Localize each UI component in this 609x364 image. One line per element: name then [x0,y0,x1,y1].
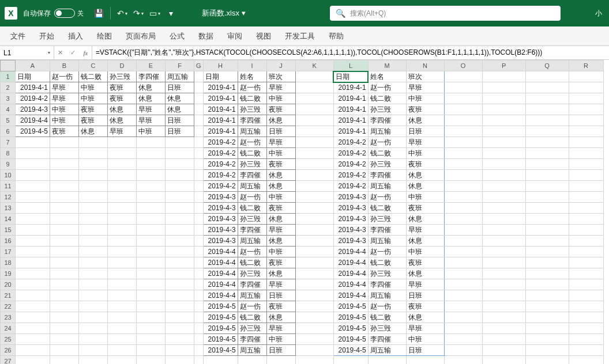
cell-K19[interactable] [295,268,333,279]
col-header-O[interactable]: O [444,60,482,71]
name-box[interactable]: L1 ▾ [0,46,54,59]
cell-O5[interactable] [444,115,482,126]
cell-C22[interactable] [79,301,108,312]
cell-R11[interactable] [569,181,603,192]
spreadsheet-grid[interactable]: ABCDEFGHIJKLMNOPQR1日期赵一伤钱二败孙三毁李四催周五输日期姓名… [0,60,604,364]
cell-M8[interactable]: 钱二败 [368,148,406,159]
cell-M12[interactable]: 赵一伤 [368,192,406,203]
cell-N8[interactable]: 中班 [406,148,444,159]
cell-M26[interactable]: 周五输 [368,345,406,356]
cell-R15[interactable] [569,225,603,236]
cell-N16[interactable]: 休息 [406,236,444,247]
save-icon[interactable]: 💾 [93,7,104,19]
cell-K22[interactable] [295,301,333,312]
cell-K3[interactable] [295,93,333,104]
cell-R8[interactable] [569,148,603,159]
cell-D3[interactable]: 夜班 [108,93,137,104]
cell-G8[interactable] [194,148,204,159]
cell-F1[interactable]: 周五输 [166,71,194,82]
cell-H26[interactable]: 2019-4-5 [203,345,238,356]
cell-A20[interactable] [16,279,50,290]
cell-O27[interactable] [444,356,482,365]
cell-N4[interactable]: 夜班 [406,104,444,115]
cell-J7[interactable]: 早班 [266,137,295,148]
row-header-11[interactable]: 11 [1,181,16,192]
cell-F3[interactable]: 休息 [166,93,194,104]
cell-R13[interactable] [569,203,603,214]
cell-D8[interactable] [108,148,137,159]
cell-J11[interactable]: 休息 [266,181,295,192]
cell-A19[interactable] [16,268,50,279]
cell-G22[interactable] [194,301,204,312]
cell-K20[interactable] [295,279,333,290]
cell-L27[interactable] [333,356,368,365]
cell-P12[interactable] [482,192,525,203]
cell-K13[interactable] [295,203,333,214]
cell-I24[interactable]: 孙三毁 [238,323,266,334]
cell-E19[interactable] [137,268,166,279]
cell-Q9[interactable] [525,159,569,170]
cell-E25[interactable] [137,334,166,345]
cell-I15[interactable]: 李四催 [238,225,266,236]
cell-N15[interactable]: 早班 [406,225,444,236]
select-all-corner[interactable] [1,60,16,71]
cell-G1[interactable] [194,71,204,82]
cell-O22[interactable] [444,301,482,312]
cell-N21[interactable]: 日班 [406,290,444,301]
col-header-A[interactable]: A [16,60,50,71]
cell-D9[interactable] [108,159,137,170]
cell-P3[interactable] [482,93,525,104]
cell-A12[interactable] [16,192,50,203]
cell-M7[interactable]: 赵一伤 [368,137,406,148]
row-header-15[interactable]: 15 [1,225,16,236]
cell-B25[interactable] [50,334,79,345]
cell-M22[interactable]: 赵一伤 [368,301,406,312]
cell-F22[interactable] [166,301,194,312]
cell-I23[interactable]: 钱二败 [238,312,266,323]
cell-K9[interactable] [295,159,333,170]
cell-B3[interactable]: 早班 [50,93,79,104]
cell-G20[interactable] [194,279,204,290]
cell-H10[interactable]: 2019-4-2 [203,170,238,181]
row-header-7[interactable]: 7 [1,137,16,148]
cell-G18[interactable] [194,257,204,268]
cell-A17[interactable] [16,247,50,257]
cell-E11[interactable] [137,181,166,192]
cell-C14[interactable] [79,214,108,225]
cell-B16[interactable] [50,236,79,247]
cell-C10[interactable] [79,170,108,181]
cell-C3[interactable]: 中班 [79,93,108,104]
cell-I9[interactable]: 孙三毁 [238,159,266,170]
cell-A26[interactable] [16,345,50,356]
cell-F11[interactable] [166,181,194,192]
cell-R7[interactable] [569,137,603,148]
cell-P7[interactable] [482,137,525,148]
cell-I19[interactable]: 孙三毁 [238,268,266,279]
cell-M24[interactable]: 孙三毁 [368,323,406,334]
cell-H5[interactable]: 2019-4-1 [203,115,238,126]
cell-F7[interactable] [166,137,194,148]
cell-B18[interactable] [50,257,79,268]
cell-Q25[interactable] [525,334,569,345]
cell-A2[interactable]: 2019-4-1 [16,82,50,93]
cell-F26[interactable] [166,345,194,356]
cell-R22[interactable] [569,301,603,312]
cell-A24[interactable] [16,323,50,334]
cell-J22[interactable]: 夜班 [266,301,295,312]
cell-H14[interactable]: 2019-4-3 [203,214,238,225]
cell-I6[interactable]: 周五输 [238,126,266,137]
cell-C25[interactable] [79,334,108,345]
cell-B15[interactable] [50,225,79,236]
cell-H21[interactable]: 2019-4-4 [203,290,238,301]
cell-J21[interactable]: 日班 [266,290,295,301]
cell-G23[interactable] [194,312,204,323]
row-header-26[interactable]: 26 [1,345,16,356]
cell-L10[interactable]: 2019-4-2 [333,170,368,181]
cell-N20[interactable]: 早班 [406,279,444,290]
cell-L24[interactable]: 2019-4-5 [333,323,368,334]
cell-H1[interactable]: 日期 [203,71,238,82]
col-header-R[interactable]: R [569,60,603,71]
cell-G19[interactable] [194,268,204,279]
cell-E4[interactable]: 早班 [137,104,166,115]
cell-O2[interactable] [444,82,482,93]
